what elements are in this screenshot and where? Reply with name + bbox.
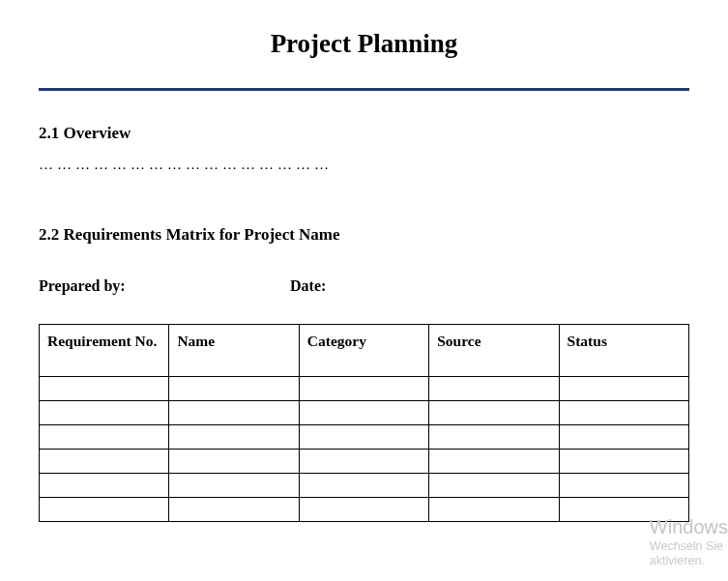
cell [169,425,299,450]
watermark-line2: aktivieren. [650,554,728,569]
cell [559,474,688,498]
cell [169,401,299,425]
cell [169,498,299,522]
cell [559,425,688,450]
overview-placeholder: ………………………………………… [39,157,689,173]
cell [169,450,299,474]
cell [299,498,428,522]
col-category: Category [299,325,428,377]
cell [429,474,559,498]
table-header-row: Requirement No. Name Category Source Sta… [40,325,689,377]
watermark-line1: Wechseln Sie [650,539,728,555]
page-title: Project Planning [39,29,689,59]
cell [429,450,559,474]
cell [40,498,169,522]
date-label: Date: [290,277,326,295]
cell [40,425,169,450]
table-row [40,401,689,425]
col-name: Name [169,325,299,377]
cell [429,377,559,401]
title-divider [39,88,689,91]
cell [299,377,428,401]
col-status: Status [559,325,688,377]
cell [559,498,688,522]
meta-row: Prepared by: Date: [39,277,689,295]
cell [429,498,559,522]
col-source: Source [429,325,559,377]
cell [559,401,688,425]
requirements-table: Requirement No. Name Category Source Sta… [39,324,689,522]
section-overview-heading: 2.1 Overview [39,124,689,143]
table-row [40,450,689,474]
cell [40,450,169,474]
table-row [40,377,689,401]
cell [299,474,428,498]
cell [40,401,169,425]
cell [299,450,428,474]
prepared-by-label: Prepared by: [39,277,290,295]
table-row [40,425,689,450]
cell [169,377,299,401]
cell [299,425,428,450]
table-row [40,498,689,522]
cell [429,401,559,425]
cell [40,377,169,401]
cell [299,401,428,425]
cell [429,425,559,450]
table-body [40,377,689,522]
cell [559,377,688,401]
col-requirement-no: Requirement No. [40,325,169,377]
table-row [40,474,689,498]
cell [559,450,688,474]
document-page: Project Planning 2.1 Overview …………………………… [0,0,728,541]
cell [169,474,299,498]
section-matrix-heading: 2.2 Requirements Matrix for Project Name [39,225,689,245]
cell [40,474,169,498]
